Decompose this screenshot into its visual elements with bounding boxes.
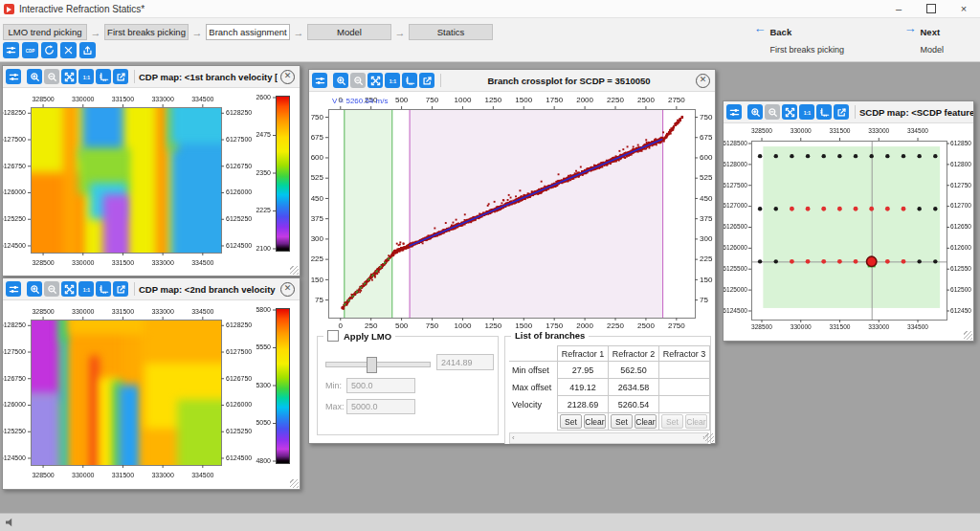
scdp-toolbar: 1:1 (726, 104, 851, 120)
max-offset-r2: 2634.58 (609, 379, 659, 396)
lmo-min-value[interactable]: 500.0 (346, 378, 415, 393)
min-offset-r1: 27.95 (558, 362, 609, 379)
axes-button[interactable] (402, 73, 417, 88)
zoom-in-button[interactable] (27, 281, 42, 297)
close-button[interactable] (60, 42, 77, 58)
upload-button[interactable] (79, 42, 96, 58)
scdp-header: 1:1 SCDP map: <SCDP feature> (724, 101, 973, 123)
cdp1-toolbar: 1:1 (6, 69, 130, 84)
fit-button[interactable] (61, 69, 77, 84)
panel-cdp-map-2: 1:1 CDP map: <2nd branch velocity [m/s]>… (2, 277, 301, 490)
min-offset-r2: 562.50 (609, 362, 659, 379)
zoom-out-button[interactable] (44, 281, 59, 297)
one-to-one-button[interactable]: 1:1 (78, 281, 94, 297)
fit-button[interactable] (368, 73, 383, 88)
tab-branch-assignment[interactable]: Branch assignment (206, 24, 290, 40)
settings-button[interactable] (6, 281, 21, 297)
branches-table: Refractor 1 Refractor 2 Refractor 3 Min … (509, 345, 710, 431)
export-button[interactable] (113, 281, 128, 297)
apply-lmo-checkbox[interactable] (327, 330, 339, 342)
table-row: Velocity 2128.69 5260.54 (509, 396, 710, 413)
zoom-out-button[interactable] (44, 69, 59, 84)
cdp2-close-icon[interactable]: ✕ (280, 282, 295, 297)
workflow-ribbon: LMO trend picking → First breaks picking… (0, 18, 980, 62)
branches-group: List of branches Refractor 1 Refractor 2… (504, 336, 711, 444)
cdp1-plot-canvas[interactable] (3, 88, 298, 275)
tab-model[interactable]: Model (307, 24, 391, 40)
lmo-slider-handle[interactable] (367, 357, 377, 373)
axes-button[interactable] (96, 281, 111, 297)
cdp2-plot-canvas[interactable] (3, 300, 298, 488)
branches-label: List of branches (515, 330, 585, 341)
branches-col-refractor3: Refractor 3 (659, 346, 710, 362)
crossplot-toolbar: 1:1 (312, 73, 436, 88)
clear-button-r1[interactable]: Clear (584, 414, 606, 429)
cdp2-toolbar: 1:1 (6, 281, 130, 297)
tab-lmo-trend-picking[interactable]: LMO trend picking (3, 24, 87, 40)
crossplot-canvas[interactable] (309, 92, 713, 331)
branches-col-refractor1: Refractor 1 (558, 346, 609, 362)
scroll-left-icon[interactable]: ‹ (510, 434, 517, 442)
settings-button[interactable] (6, 69, 21, 84)
zoom-in-button[interactable] (333, 73, 348, 88)
crossplot-close-icon[interactable]: ✕ (696, 74, 710, 88)
zoom-in-button[interactable] (27, 69, 42, 84)
window-title: Interactive Refraction Statics* (19, 4, 145, 14)
table-row: Set Clear Set Clear Set Clear (509, 413, 710, 431)
close-icon[interactable]: × (947, 0, 980, 17)
lmo-min-label: Min: (325, 381, 342, 390)
main-toolbar: CDP (3, 42, 99, 58)
tab-statics[interactable]: Statics (409, 24, 493, 40)
one-to-one-button[interactable]: 1:1 (78, 69, 94, 84)
export-button[interactable] (113, 69, 128, 84)
cdp2-resize-grip[interactable] (290, 479, 299, 488)
clear-button-r2[interactable]: Clear (635, 414, 657, 429)
set-button-r3[interactable]: Set (661, 414, 683, 429)
row-label-velocity: Velocity (509, 396, 558, 413)
settings-button[interactable] (312, 73, 327, 88)
settings-button[interactable] (726, 104, 742, 120)
svg-text:1:1: 1:1 (82, 286, 90, 292)
axes-button[interactable] (816, 104, 832, 120)
export-button[interactable] (834, 104, 849, 120)
next-button[interactable]: → Next Model (903, 22, 944, 56)
set-button-r2[interactable]: Set (611, 414, 633, 429)
settings-button[interactable] (3, 42, 19, 58)
refresh-button[interactable] (41, 42, 57, 58)
fit-button[interactable] (782, 104, 797, 120)
cdp1-resize-grip[interactable] (290, 266, 299, 275)
zoom-out-button[interactable] (765, 104, 780, 120)
application-window: Interactive Refraction Statics* – × LMO … (0, 0, 980, 531)
crossplot-resize-grip[interactable] (705, 433, 714, 442)
title-bar: Interactive Refraction Statics* – × (0, 0, 980, 18)
fit-button[interactable] (61, 281, 77, 297)
lmo-max-value[interactable]: 5000.0 (346, 399, 415, 414)
status-bar (0, 513, 980, 531)
clear-button-r3[interactable]: Clear (685, 414, 707, 429)
zoom-in-button[interactable] (747, 104, 763, 120)
one-to-one-button[interactable]: 1:1 (385, 73, 400, 88)
set-button-r1[interactable]: Set (560, 414, 582, 429)
svg-text:1:1: 1:1 (389, 77, 396, 83)
crossplot-title: Branch crossplot for SCDP = 3510050 (445, 76, 693, 86)
cdp-button[interactable]: CDP (22, 42, 38, 58)
cdp1-close-icon[interactable]: ✕ (280, 70, 295, 84)
next-sublabel: Model (920, 45, 944, 55)
lmo-velocity-slider[interactable] (325, 362, 431, 367)
maximize-icon[interactable] (915, 0, 947, 17)
lmo-velocity-value[interactable]: 2414.89 (436, 354, 494, 370)
branches-hscrollbar[interactable]: ‹ › (509, 432, 708, 444)
max-offset-r1: 419.12 (558, 379, 609, 396)
velocity-r3 (659, 396, 710, 413)
back-button[interactable]: ← Back First breaks picking (753, 22, 844, 56)
flow-arrow-icon: → (87, 27, 104, 38)
minimize-icon[interactable]: – (882, 0, 915, 17)
axes-button[interactable] (96, 69, 111, 84)
zoom-out-button[interactable] (350, 73, 366, 88)
export-button[interactable] (419, 73, 434, 88)
scdp-plot-canvas[interactable] (724, 123, 971, 340)
cdp1-header: 1:1 CDP map: <1st branch velocity [m/s]>… (3, 66, 300, 88)
scdp-resize-grip[interactable] (964, 331, 972, 340)
tab-first-breaks-picking[interactable]: First breaks picking (104, 24, 189, 40)
one-to-one-button[interactable]: 1:1 (799, 104, 814, 120)
